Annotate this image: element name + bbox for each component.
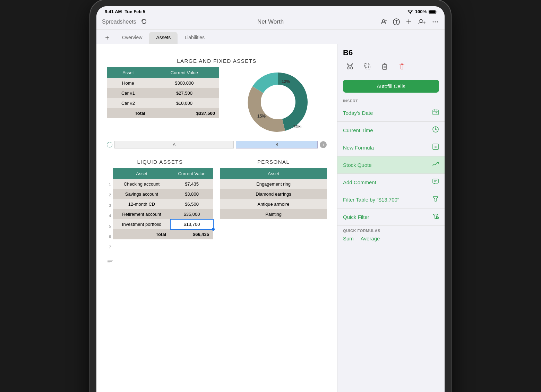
- autofill-button[interactable]: Autofill Cells: [343, 80, 439, 93]
- current-time-item[interactable]: Current Time: [337, 122, 445, 139]
- bottom-indicators: [107, 259, 327, 264]
- table-row[interactable]: Home $300,000: [107, 78, 219, 88]
- table-row[interactable]: Engagement ring: [220, 179, 327, 189]
- assets-grid: Asset Current Value Home $300,000: [107, 67, 327, 137]
- selected-cell-b6[interactable]: $13,700: [170, 219, 213, 229]
- row-num-6: 6: [107, 231, 113, 242]
- stock-quote-item[interactable]: Stock Quote: [337, 156, 445, 173]
- table-row[interactable]: Antique armoire: [220, 199, 327, 209]
- table-row[interactable]: Retirement account $35,000: [113, 209, 213, 219]
- svg-point-13: [435, 22, 436, 23]
- ipad-screen: 9:41 AM Tue Feb 5 100% Spreadshe: [96, 6, 445, 392]
- tab-overview[interactable]: Overview: [115, 32, 149, 44]
- large-assets-table-section: Asset Current Value Home $300,000: [107, 67, 219, 118]
- personal-assets-title: PERSONAL: [220, 159, 327, 165]
- donut-chart: 12% 15% 74%: [243, 67, 313, 137]
- cut-icon: [346, 62, 354, 70]
- quick-formulas-label: QUICK FORMULAS: [343, 229, 439, 233]
- liquid-investment: Investment portfolio: [113, 219, 170, 229]
- quick-filter-item[interactable]: Quick Filter: [337, 208, 445, 225]
- status-bar: 9:41 AM Tue Feb 5 100%: [96, 6, 445, 16]
- large-assets-col-asset: Asset: [107, 67, 149, 78]
- filter-table-item[interactable]: Filter Table by "$13,700": [337, 191, 445, 208]
- chart-label-12: 12%: [282, 79, 290, 84]
- date-display: Tue Feb 5: [124, 9, 145, 14]
- tab-liabilities[interactable]: Liabilities: [178, 32, 212, 44]
- add-comment-icon: [432, 178, 439, 187]
- svg-point-1: [383, 20, 385, 22]
- svg-rect-41: [433, 179, 438, 183]
- status-right: 100%: [407, 9, 436, 14]
- battery-fill: [429, 10, 436, 13]
- sheet-content: LARGE AND FIXED ASSETS Asset Current Val…: [96, 44, 337, 274]
- collaboration-icon[interactable]: [380, 18, 388, 26]
- total-label: Total: [107, 108, 149, 118]
- more-icon[interactable]: [431, 18, 439, 26]
- status-left: 9:41 AM Tue Feb 5: [105, 9, 145, 14]
- copy-icon: [363, 62, 371, 70]
- chart-label-15: 15%: [257, 114, 266, 119]
- table-row[interactable]: Checking account $7,435: [113, 179, 213, 189]
- svg-rect-26: [364, 63, 369, 68]
- resize-handle[interactable]: ⏸: [320, 141, 327, 148]
- table-row[interactable]: Diamond earrings: [220, 189, 327, 199]
- undo-button[interactable]: [139, 17, 149, 27]
- todays-date-item[interactable]: Today's Date: [337, 104, 445, 121]
- liquid-assets-section: LIQUID ASSETS 1 2 3 4 5 6 7: [107, 152, 213, 252]
- personal-ring: Engagement ring: [220, 179, 327, 189]
- add-icon[interactable]: [405, 18, 413, 26]
- tab-assets[interactable]: Assets: [149, 32, 178, 44]
- asset-car2: Car #2: [107, 98, 149, 108]
- row-num-5: 5: [107, 221, 113, 231]
- delete-button[interactable]: [395, 60, 409, 73]
- cut-button[interactable]: [343, 60, 357, 73]
- document-title: Net Worth: [216, 18, 325, 25]
- tab-add-button[interactable]: +: [102, 33, 112, 43]
- chart-label-74: 74%: [293, 124, 301, 129]
- table-row[interactable]: Savings account $3,800: [113, 189, 213, 199]
- liquid-assets-title: LIQUID ASSETS: [107, 159, 213, 165]
- sum-formula[interactable]: Sum: [343, 236, 354, 241]
- row-num-2: 2: [107, 190, 113, 200]
- spreadsheet-area: LARGE AND FIXED ASSETS Asset Current Val…: [96, 44, 337, 392]
- row-numbers: 1 2 3 4 5 6 7: [107, 168, 113, 252]
- paste-icon: [381, 62, 388, 70]
- personal-col-asset: Asset: [220, 168, 327, 179]
- svg-rect-25: [366, 65, 370, 69]
- person-add-icon[interactable]: [418, 18, 427, 26]
- filter-table-icon: [432, 195, 439, 204]
- value-car1: $27,500: [149, 88, 219, 98]
- table-row[interactable]: 12-month CD $6,500: [113, 199, 213, 209]
- personal-painting: Painting: [220, 209, 327, 219]
- copy-button[interactable]: [360, 60, 374, 73]
- tab-bar: + Overview Assets Liabilities: [96, 30, 445, 44]
- personal-assets-section: PERSONAL Asset Engagement ring: [220, 152, 327, 252]
- toolbar-left: Spreadsheets: [102, 17, 212, 27]
- personal-earrings: Diamond earrings: [220, 189, 327, 199]
- toolbar-right: [329, 18, 439, 26]
- svg-marker-44: [433, 197, 438, 201]
- time-display: 9:41 AM: [105, 9, 122, 14]
- row-num-3: 3: [107, 200, 113, 211]
- average-formula[interactable]: Average: [361, 236, 380, 241]
- liquid-col-asset: Asset: [113, 168, 170, 179]
- quick-formulas-row: Sum Average: [343, 236, 439, 241]
- current-time-icon: [432, 126, 439, 135]
- table-row[interactable]: Painting: [220, 209, 327, 219]
- col-b-header: B: [236, 141, 318, 148]
- add-comment-item[interactable]: Add Comment: [337, 174, 445, 191]
- quick-formulas-section: QUICK FORMULAS Sum Average: [337, 226, 445, 244]
- liquid-col-value: Current Value: [170, 168, 213, 179]
- table-row[interactable]: Car #1 $27,500: [107, 88, 219, 98]
- large-assets-title: LARGE AND FIXED ASSETS: [107, 58, 327, 64]
- liquid-retirement: Retirement account: [113, 209, 170, 219]
- table-row[interactable]: Investment portfolio $13,700: [113, 219, 213, 229]
- total-value: $337,500: [149, 108, 219, 118]
- new-formula-item[interactable]: New Formula =: [337, 139, 445, 156]
- back-button[interactable]: Spreadsheets: [102, 19, 136, 25]
- quick-filter-icon: [432, 213, 439, 221]
- table-row[interactable]: Car #2 $10,000: [107, 98, 219, 108]
- format-icon[interactable]: [393, 18, 400, 26]
- paste-button[interactable]: [378, 60, 392, 73]
- panel-toolbar: [337, 60, 445, 76]
